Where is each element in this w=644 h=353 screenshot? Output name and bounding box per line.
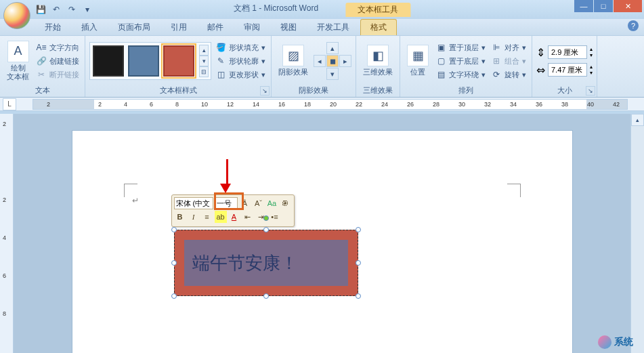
scroll-up-icon[interactable]: ▴ [631, 114, 644, 126]
tab-view[interactable]: 视图 [271, 20, 306, 35]
office-button[interactable] [3, 2, 30, 29]
decrease-indent-icon[interactable]: ⇤ [242, 211, 254, 223]
bullets-icon[interactable]: •≡ [269, 211, 281, 223]
width-up[interactable]: ▴ [590, 64, 593, 70]
send-back-button[interactable]: ▢置于底层 ▾ [434, 55, 487, 67]
tab-developer[interactable]: 开发工具 [307, 20, 359, 35]
maximize-button[interactable]: □ [594, 0, 613, 12]
textbox-text[interactable]: 端午节安康！ [192, 251, 298, 275]
resize-handle-se[interactable] [356, 293, 361, 299]
style-swatch-2[interactable] [127, 45, 160, 77]
shadow-effect-button[interactable]: ▨ 阴影效果 [276, 43, 311, 78]
help-icon[interactable]: ? [628, 20, 639, 31]
ruler-corner[interactable]: L [3, 98, 16, 110]
text-direction-button[interactable]: A≡文字方向 [35, 41, 81, 54]
shadow-nudge-left[interactable]: ◂ [314, 55, 326, 67]
margin-corner-tl [124, 184, 137, 197]
tab-insert[interactable]: 插入 [72, 20, 107, 35]
vertical-ruler[interactable]: 22468 [0, 114, 14, 353]
document-page[interactable]: ↵ Â Aˇ Aa ֍ B I ≡ ab A ⇤ [72, 130, 573, 353]
gallery-more-icon[interactable]: ⊟ [199, 66, 209, 77]
format-painter-icon[interactable]: ֍ [280, 197, 292, 209]
globe-icon [598, 335, 611, 349]
shadow-nudge-down[interactable]: ▾ [326, 68, 339, 80]
resize-handle-w[interactable] [171, 260, 177, 266]
resize-handle-e[interactable] [356, 260, 361, 266]
textbox-icon: A [7, 41, 29, 62]
highlight-icon[interactable]: ab [215, 211, 227, 223]
height-up[interactable]: ▴ [590, 46, 593, 52]
change-case-icon[interactable]: Aa [266, 197, 278, 209]
quick-access-toolbar: 💾 ↶ ↷ ▾ [34, 3, 94, 16]
threed-effect-button[interactable]: ◧ 三维效果 [360, 43, 395, 78]
resize-handle-sw[interactable] [171, 293, 177, 299]
qat-more-icon[interactable]: ▾ [81, 3, 94, 16]
shadow-toggle[interactable]: ◼ [326, 55, 339, 67]
rotate-handle[interactable] [263, 215, 269, 221]
bold-button[interactable]: B [174, 211, 186, 223]
width-input[interactable] [548, 63, 587, 77]
group-size: ⇕ ▴▾ ⇔ ▴▾ 大小 ↘ [532, 36, 597, 97]
close-button[interactable]: ✕ [614, 0, 642, 12]
mini-font-input[interactable] [174, 197, 213, 209]
fill-bucket-icon: 🪣 [215, 42, 226, 53]
horizontal-ruler[interactable]: 224681012141618202224262830323436384042 [33, 99, 628, 110]
document-title: 文档 1 - Microsoft Word [234, 3, 318, 17]
align-button[interactable]: ⊫对齐 ▾ [490, 41, 528, 54]
center-align-icon[interactable]: ≡ [201, 211, 213, 223]
height-input[interactable] [548, 45, 587, 59]
change-shape-button[interactable]: ◫更改形状 ▾ [214, 68, 267, 81]
position-button[interactable]: ▦ 位置 [404, 43, 431, 78]
resize-handle-n[interactable] [263, 227, 269, 232]
ribbon-tabs: 开始 插入 页面布局 引用 邮件 审阅 视图 开发工具 格式 [0, 19, 644, 35]
paragraph-mark: ↵ [132, 196, 139, 205]
style-swatch-3[interactable] [163, 45, 195, 77]
tab-format[interactable]: 格式 [360, 19, 397, 35]
group-button[interactable]: ⊞组合 ▾ [490, 55, 528, 67]
italic-button[interactable]: I [188, 211, 200, 223]
link-icon: 🔗 [36, 56, 47, 66]
shape-fill-button[interactable]: 🪣形状填充 ▾ [214, 41, 267, 54]
size-dialog-launcher[interactable]: ↘ [586, 86, 595, 96]
width-down[interactable]: ▾ [590, 70, 593, 76]
tab-review[interactable]: 审阅 [234, 20, 270, 35]
text-box[interactable]: 端午节安康！ [174, 230, 358, 296]
text-direction-icon: A≡ [36, 42, 47, 53]
tutorial-arrow [224, 159, 231, 193]
tab-references[interactable]: 引用 [161, 20, 196, 35]
resize-handle-ne[interactable] [356, 227, 361, 232]
position-icon: ▦ [407, 45, 429, 66]
tab-home[interactable]: 开始 [35, 20, 70, 35]
tab-mailings[interactable]: 邮件 [198, 20, 233, 35]
styles-dialog-launcher[interactable]: ↘ [260, 86, 270, 96]
bring-front-button[interactable]: ▣置于顶层 ▾ [434, 41, 487, 54]
group-3d: ◧ 三维效果 三维效果 [356, 36, 400, 97]
style-swatch-1[interactable] [92, 45, 125, 77]
shadow-nudge-right[interactable]: ▸ [339, 55, 351, 67]
rotate-button[interactable]: ⟳旋转 ▾ [490, 68, 528, 81]
height-down[interactable]: ▾ [590, 52, 593, 58]
gallery-up-icon[interactable]: ▴ [199, 45, 209, 56]
redo-icon[interactable]: ↷ [65, 3, 79, 16]
tab-layout[interactable]: 页面布局 [108, 20, 160, 35]
tutorial-highlight [214, 192, 244, 210]
resize-handle-nw[interactable] [171, 227, 177, 232]
break-link-button[interactable]: ✂断开链接 [35, 68, 81, 81]
shape-outline-button[interactable]: ✎形状轮廓 ▾ [214, 55, 267, 67]
textbox-style-gallery[interactable]: ▴ ▾ ⊟ [89, 42, 211, 80]
vertical-scrollbar[interactable]: ▴ [630, 114, 644, 353]
minimize-button[interactable]: — [574, 0, 593, 12]
font-color-icon[interactable]: A [228, 211, 240, 223]
width-icon: ⇔ [536, 64, 545, 77]
save-icon[interactable]: 💾 [34, 3, 47, 16]
undo-icon[interactable]: ↶ [49, 3, 63, 16]
draw-textbox-button[interactable]: A 绘制 文本框 [4, 39, 32, 83]
text-wrap-button[interactable]: ▤文字环绕 ▾ [434, 68, 487, 81]
group-arrange: ▦ 位置 ▣置于顶层 ▾ ▢置于底层 ▾ ▤文字环绕 ▾ ⊫对齐 ▾ ⊞组合 ▾… [400, 36, 532, 97]
bring-front-icon: ▣ [435, 42, 446, 53]
shrink-font-icon[interactable]: Aˇ [253, 197, 265, 209]
resize-handle-s[interactable] [263, 293, 269, 299]
shadow-nudge-up[interactable]: ▴ [326, 42, 339, 54]
create-link-button[interactable]: 🔗创建链接 [35, 55, 81, 67]
gallery-down-icon[interactable]: ▾ [199, 56, 209, 66]
